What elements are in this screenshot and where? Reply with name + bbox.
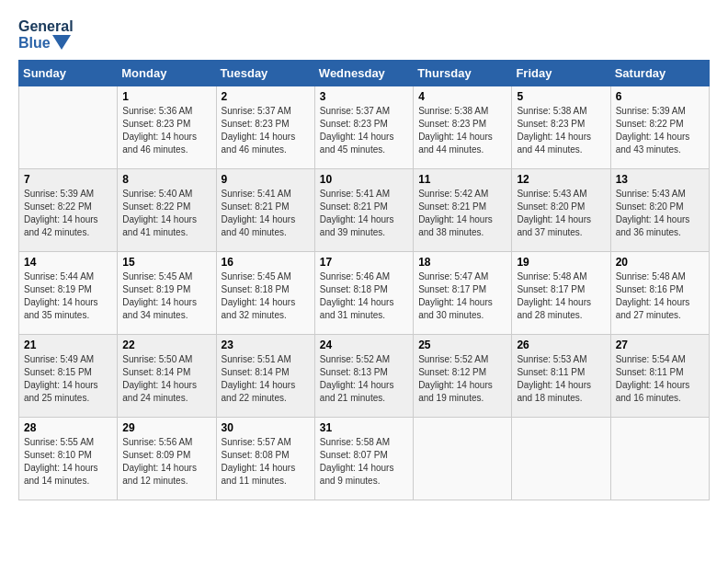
day-info: Sunrise: 5:41 AM Sunset: 8:21 PM Dayligh…: [222, 188, 310, 239]
day-info: Sunrise: 5:47 AM Sunset: 8:17 PM Dayligh…: [418, 270, 506, 322]
calendar-cell: 1Sunrise: 5:36 AM Sunset: 8:23 PM Daylig…: [118, 86, 216, 169]
day-info: Sunrise: 5:54 AM Sunset: 8:11 PM Dayligh…: [616, 353, 704, 405]
calendar-cell: 29Sunrise: 5:56 AM Sunset: 8:09 PM Dayli…: [118, 418, 216, 500]
calendar-cell: 11Sunrise: 5:42 AM Sunset: 8:21 PM Dayli…: [414, 169, 512, 252]
day-number: 4: [418, 90, 506, 103]
calendar-cell: 27Sunrise: 5:54 AM Sunset: 8:11 PM Dayli…: [610, 335, 709, 418]
day-number: 18: [418, 256, 506, 269]
calendar-cell: 17Sunrise: 5:46 AM Sunset: 8:18 PM Dayli…: [314, 252, 413, 335]
day-info: Sunrise: 5:55 AM Sunset: 8:10 PM Dayligh…: [24, 436, 112, 488]
day-number: 2: [222, 90, 310, 103]
day-info: Sunrise: 5:52 AM Sunset: 8:12 PM Dayligh…: [418, 353, 506, 405]
day-info: Sunrise: 5:50 AM Sunset: 8:14 PM Dayligh…: [122, 353, 210, 405]
logo-text: General Blue: [18, 18, 74, 51]
weekday-header: Saturday: [610, 61, 709, 86]
day-info: Sunrise: 5:51 AM Sunset: 8:14 PM Dayligh…: [222, 353, 310, 405]
calendar-week-row: 21Sunrise: 5:49 AM Sunset: 8:15 PM Dayli…: [19, 335, 710, 418]
weekday-header: Tuesday: [216, 61, 314, 86]
day-info: Sunrise: 5:38 AM Sunset: 8:23 PM Dayligh…: [418, 105, 506, 156]
day-number: 23: [222, 339, 310, 351]
calendar-cell: 20Sunrise: 5:48 AM Sunset: 8:16 PM Dayli…: [610, 252, 709, 335]
day-number: 16: [222, 256, 310, 269]
calendar-cell: 24Sunrise: 5:52 AM Sunset: 8:13 PM Dayli…: [314, 335, 413, 418]
calendar-week-row: 7Sunrise: 5:39 AM Sunset: 8:22 PM Daylig…: [19, 169, 710, 252]
day-number: 22: [122, 339, 210, 351]
calendar-cell: 5Sunrise: 5:38 AM Sunset: 8:23 PM Daylig…: [512, 86, 610, 169]
calendar-cell: 30Sunrise: 5:57 AM Sunset: 8:08 PM Dayli…: [216, 418, 314, 500]
day-number: 7: [24, 173, 112, 186]
calendar-cell: 21Sunrise: 5:49 AM Sunset: 8:15 PM Dayli…: [19, 335, 118, 418]
day-info: Sunrise: 5:40 AM Sunset: 8:22 PM Dayligh…: [122, 188, 210, 239]
day-number: 30: [222, 421, 310, 434]
day-number: 13: [616, 173, 704, 186]
day-info: Sunrise: 5:48 AM Sunset: 8:17 PM Dayligh…: [517, 270, 605, 322]
calendar-cell: 8Sunrise: 5:40 AM Sunset: 8:22 PM Daylig…: [118, 169, 216, 252]
weekday-header: Sunday: [19, 61, 118, 86]
calendar-cell: 22Sunrise: 5:50 AM Sunset: 8:14 PM Dayli…: [118, 335, 216, 418]
day-info: Sunrise: 5:48 AM Sunset: 8:16 PM Dayligh…: [616, 270, 704, 322]
calendar-week-row: 14Sunrise: 5:44 AM Sunset: 8:19 PM Dayli…: [19, 252, 710, 335]
logo: General Blue: [18, 18, 74, 51]
day-number: 8: [122, 173, 210, 186]
calendar-cell: 23Sunrise: 5:51 AM Sunset: 8:14 PM Dayli…: [216, 335, 314, 418]
day-number: 15: [122, 256, 210, 269]
day-info: Sunrise: 5:58 AM Sunset: 8:07 PM Dayligh…: [320, 436, 408, 488]
calendar-cell: 12Sunrise: 5:43 AM Sunset: 8:20 PM Dayli…: [512, 169, 610, 252]
calendar-cell: 14Sunrise: 5:44 AM Sunset: 8:19 PM Dayli…: [19, 252, 118, 335]
day-info: Sunrise: 5:57 AM Sunset: 8:08 PM Dayligh…: [222, 436, 310, 488]
day-number: 28: [24, 421, 112, 434]
day-number: 1: [122, 90, 210, 103]
day-info: Sunrise: 5:53 AM Sunset: 8:11 PM Dayligh…: [517, 353, 605, 405]
day-info: Sunrise: 5:56 AM Sunset: 8:09 PM Dayligh…: [122, 436, 210, 488]
svg-marker-0: [52, 35, 71, 50]
calendar-cell: 28Sunrise: 5:55 AM Sunset: 8:10 PM Dayli…: [19, 418, 118, 500]
day-info: Sunrise: 5:36 AM Sunset: 8:23 PM Dayligh…: [122, 105, 210, 156]
calendar-cell: [414, 418, 512, 500]
day-info: Sunrise: 5:39 AM Sunset: 8:22 PM Dayligh…: [616, 105, 704, 156]
calendar-cell: [610, 418, 709, 500]
day-number: 29: [122, 421, 210, 434]
calendar-week-row: 1Sunrise: 5:36 AM Sunset: 8:23 PM Daylig…: [19, 86, 710, 169]
day-info: Sunrise: 5:46 AM Sunset: 8:18 PM Dayligh…: [320, 270, 408, 322]
day-info: Sunrise: 5:38 AM Sunset: 8:23 PM Dayligh…: [517, 105, 605, 156]
day-number: 12: [517, 173, 605, 186]
day-number: 6: [616, 90, 704, 103]
logo-general: General: [18, 18, 74, 35]
day-number: 19: [517, 256, 605, 269]
day-number: 9: [222, 173, 310, 186]
day-number: 24: [320, 339, 408, 351]
day-number: 11: [418, 173, 506, 186]
day-number: 14: [24, 256, 112, 269]
day-number: 21: [24, 339, 112, 351]
weekday-header: Wednesday: [314, 61, 413, 86]
calendar-cell: 4Sunrise: 5:38 AM Sunset: 8:23 PM Daylig…: [414, 86, 512, 169]
weekday-header: Friday: [512, 61, 610, 86]
calendar-cell: 31Sunrise: 5:58 AM Sunset: 8:07 PM Dayli…: [314, 418, 413, 500]
calendar-cell: 25Sunrise: 5:52 AM Sunset: 8:12 PM Dayli…: [414, 335, 512, 418]
calendar-cell: 18Sunrise: 5:47 AM Sunset: 8:17 PM Dayli…: [414, 252, 512, 335]
day-info: Sunrise: 5:39 AM Sunset: 8:22 PM Dayligh…: [24, 188, 112, 239]
day-info: Sunrise: 5:45 AM Sunset: 8:19 PM Dayligh…: [122, 270, 210, 322]
day-info: Sunrise: 5:52 AM Sunset: 8:13 PM Dayligh…: [320, 353, 408, 405]
day-info: Sunrise: 5:43 AM Sunset: 8:20 PM Dayligh…: [616, 188, 704, 239]
day-number: 31: [320, 421, 408, 434]
calendar-cell: 10Sunrise: 5:41 AM Sunset: 8:21 PM Dayli…: [314, 169, 413, 252]
day-info: Sunrise: 5:42 AM Sunset: 8:21 PM Dayligh…: [418, 188, 506, 239]
calendar-cell: 3Sunrise: 5:37 AM Sunset: 8:23 PM Daylig…: [314, 86, 413, 169]
weekday-header: Thursday: [414, 61, 512, 86]
weekday-header: Monday: [118, 61, 216, 86]
page-header: General Blue: [18, 18, 710, 51]
calendar-cell: 9Sunrise: 5:41 AM Sunset: 8:21 PM Daylig…: [216, 169, 314, 252]
calendar-cell: [19, 86, 118, 169]
day-info: Sunrise: 5:37 AM Sunset: 8:23 PM Dayligh…: [222, 105, 310, 156]
weekday-header-row: SundayMondayTuesdayWednesdayThursdayFrid…: [19, 61, 710, 86]
logo-arrow-icon: [52, 35, 71, 50]
day-number: 5: [517, 90, 605, 103]
calendar-cell: 13Sunrise: 5:43 AM Sunset: 8:20 PM Dayli…: [610, 169, 709, 252]
day-number: 27: [616, 339, 704, 351]
calendar-cell: 16Sunrise: 5:45 AM Sunset: 8:18 PM Dayli…: [216, 252, 314, 335]
calendar-cell: 26Sunrise: 5:53 AM Sunset: 8:11 PM Dayli…: [512, 335, 610, 418]
day-number: 26: [517, 339, 605, 351]
day-number: 25: [418, 339, 506, 351]
calendar-cell: 15Sunrise: 5:45 AM Sunset: 8:19 PM Dayli…: [118, 252, 216, 335]
